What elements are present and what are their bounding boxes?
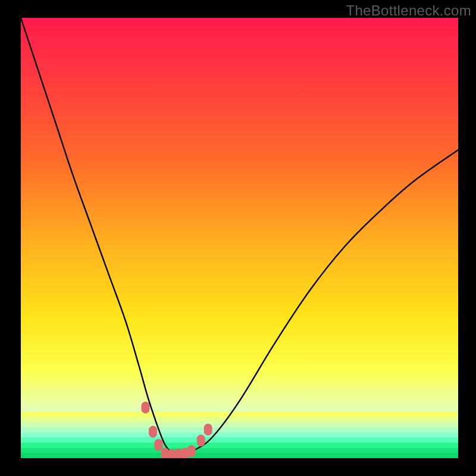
valley-marker (149, 426, 157, 438)
valley-marker (204, 424, 212, 436)
watermark-text: TheBottleneck.com (346, 2, 471, 19)
valley-marker (187, 445, 196, 457)
chart-svg (21, 18, 458, 458)
chart-frame: TheBottleneck.com (0, 0, 476, 476)
valley-marker (197, 434, 205, 446)
plot-area (21, 18, 458, 458)
valley-marker (142, 402, 150, 414)
bottleneck-curve (21, 18, 458, 455)
valley-marker (155, 439, 163, 451)
